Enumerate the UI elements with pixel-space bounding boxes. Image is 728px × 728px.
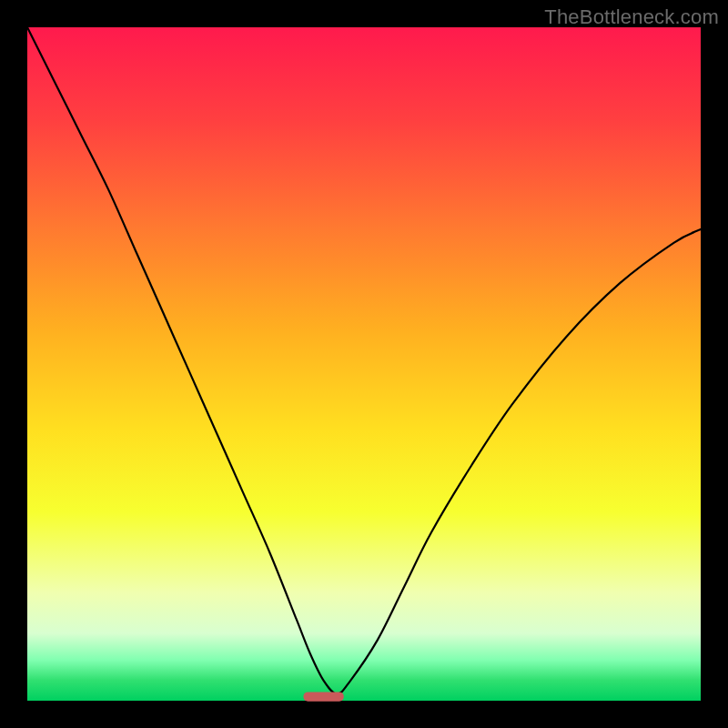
watermark-text: TheBottleneck.com [544,5,719,29]
plot-area [27,27,701,701]
bottleneck-curve [27,27,701,694]
chart-frame: TheBottleneck.com [0,0,728,728]
optimal-marker [303,692,343,701]
curve-svg [27,27,701,701]
